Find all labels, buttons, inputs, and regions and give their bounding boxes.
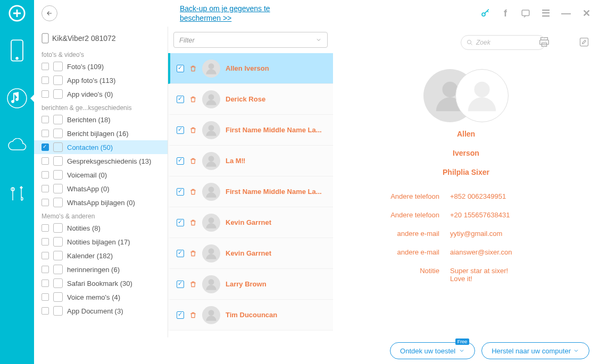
- feedback-icon[interactable]: [520, 8, 531, 19]
- checkbox[interactable]: [41, 185, 49, 192]
- avatar-right: [455, 69, 509, 122]
- device-name-label: Kik&Viber2 081072: [52, 34, 116, 43]
- sidebar-item[interactable]: WhatsApp bijlagen (0): [34, 196, 168, 209]
- contact-row[interactable]: First Name Middle Name La...: [168, 176, 333, 207]
- contact-row[interactable]: Tim Ducouncan: [168, 300, 333, 331]
- back-button[interactable]: [41, 5, 57, 21]
- contact-row[interactable]: Derick Rose: [168, 84, 333, 115]
- sidebar-item[interactable]: WhatsApp (0): [34, 182, 168, 196]
- checkbox[interactable]: [41, 224, 49, 232]
- checkbox[interactable]: [41, 143, 49, 151]
- sidebar-item[interactable]: Bericht bijlagen (16): [34, 126, 168, 140]
- contact-row[interactable]: First Name Middle Name La...: [168, 115, 333, 146]
- contact-name: Tim Ducouncan: [226, 311, 277, 319]
- chevron-down-icon: [459, 348, 465, 354]
- menu-icon[interactable]: ☰: [540, 8, 551, 19]
- free-badge: Free: [455, 338, 470, 345]
- minimize-icon[interactable]: —: [561, 8, 571, 19]
- avatar-icon: [202, 152, 220, 170]
- trash-icon[interactable]: [189, 188, 197, 196]
- sidebar-item[interactable]: Foto's (109): [34, 60, 168, 73]
- sidebar-item[interactable]: Notities bijlagen (17): [34, 235, 168, 249]
- topbar: Back-up om je gegevens te beschermen >> …: [34, 0, 599, 27]
- filter-dropdown[interactable]: Filter: [173, 32, 328, 48]
- device-title[interactable]: Kik&Viber2 081072: [34, 31, 168, 48]
- trash-icon[interactable]: [189, 157, 197, 165]
- backup-banner-link[interactable]: Back-up om je gegevens te beschermen >>: [180, 4, 270, 23]
- sidebar-section-header: Memo's & anderen: [34, 209, 168, 221]
- checkbox[interactable]: [41, 293, 49, 301]
- sidebar-item[interactable]: App foto's (113): [34, 73, 168, 87]
- row-checkbox[interactable]: [177, 281, 184, 288]
- detail-field-row: andere e-mailaianswer@sixer.con: [354, 243, 578, 261]
- row-checkbox[interactable]: [177, 65, 184, 72]
- sidebar-item[interactable]: Voicemail (0): [34, 168, 168, 182]
- edit-icon[interactable]: [579, 37, 589, 47]
- restore-to-computer-button[interactable]: Herstel naar uw computer: [481, 342, 589, 359]
- avatar-icon: [202, 306, 220, 324]
- trash-icon[interactable]: [189, 65, 197, 72]
- detail-field-row: Andere telefoon+20 155657638431: [354, 206, 578, 224]
- rail-tools-icon[interactable]: [0, 170, 34, 218]
- rail-cloud-icon[interactable]: [0, 122, 34, 170]
- checkbox[interactable]: [41, 171, 49, 179]
- sidebar-item-label: Notities bijlagen (17): [67, 238, 130, 246]
- row-checkbox[interactable]: [177, 219, 184, 226]
- checkbox[interactable]: [41, 116, 49, 123]
- category-icon: [53, 62, 63, 71]
- sidebar-item[interactable]: App video's (0): [34, 87, 168, 101]
- contact-row[interactable]: La M‼: [168, 146, 333, 176]
- contact-row[interactable]: Allen Iverson: [168, 53, 333, 84]
- sidebar-item[interactable]: Notities (8): [34, 221, 168, 235]
- checkbox[interactable]: [41, 266, 49, 273]
- checkbox[interactable]: [41, 307, 49, 315]
- sidebar-item[interactable]: Contacten (50): [34, 140, 168, 154]
- sidebar-item[interactable]: App Document (3): [34, 304, 168, 318]
- row-checkbox[interactable]: [177, 250, 184, 257]
- checkbox[interactable]: [41, 238, 49, 246]
- row-checkbox[interactable]: [177, 96, 184, 103]
- checkbox[interactable]: [41, 130, 49, 137]
- checkbox[interactable]: [41, 63, 49, 70]
- contact-row[interactable]: Kevin Garrnet: [168, 238, 333, 269]
- row-checkbox[interactable]: [177, 126, 184, 134]
- svg-point-16: [468, 40, 471, 44]
- close-icon[interactable]: ✕: [581, 8, 592, 19]
- avatar-icon: [202, 60, 220, 78]
- checkbox[interactable]: [41, 199, 49, 206]
- rail-device-icon[interactable]: [0, 27, 34, 74]
- row-checkbox[interactable]: [177, 157, 184, 165]
- rail-media-icon[interactable]: [0, 74, 34, 122]
- sidebar-item[interactable]: herinneringen (6): [34, 263, 168, 276]
- discover-device-button[interactable]: Ontdek uw toestel Free: [390, 342, 475, 359]
- trash-icon[interactable]: [189, 96, 197, 103]
- sidebar-item-label: Voice memo's (4): [67, 293, 120, 301]
- checkbox[interactable]: [41, 77, 49, 84]
- detail-field-row: NotitieSuper star at sixer!Love it!: [354, 261, 578, 288]
- trash-icon[interactable]: [189, 311, 197, 319]
- row-checkbox[interactable]: [177, 188, 184, 196]
- checkbox[interactable]: [41, 157, 49, 165]
- sidebar-item[interactable]: Gespreksgeschiedenis (13): [34, 154, 168, 168]
- contact-row[interactable]: Larry Brown: [168, 269, 333, 300]
- contact-row[interactable]: Kevin Garrnet: [168, 207, 333, 238]
- facebook-icon[interactable]: f: [500, 8, 511, 19]
- key-icon[interactable]: [480, 8, 490, 19]
- checkbox[interactable]: [41, 252, 49, 259]
- trash-icon[interactable]: [189, 250, 197, 257]
- svg-point-8: [209, 94, 214, 100]
- sidebar-item[interactable]: Berichten (18): [34, 113, 168, 126]
- checkbox[interactable]: [41, 90, 49, 98]
- detail-field-row: andere e-mailyytiy@gmail.com: [354, 224, 578, 243]
- sidebar-item[interactable]: Voice memo's (4): [34, 290, 168, 304]
- trash-icon[interactable]: [189, 281, 197, 288]
- trash-icon[interactable]: [189, 126, 197, 134]
- checkbox[interactable]: [41, 280, 49, 287]
- row-checkbox[interactable]: [177, 311, 184, 319]
- sidebar-item[interactable]: Kalender (182): [34, 249, 168, 263]
- trash-icon[interactable]: [189, 219, 197, 226]
- search-input[interactable]: Zoek: [461, 35, 546, 50]
- sidebar-item[interactable]: Safari Bookmark (30): [34, 276, 168, 290]
- category-icon: [53, 265, 63, 274]
- svg-point-13: [209, 248, 214, 254]
